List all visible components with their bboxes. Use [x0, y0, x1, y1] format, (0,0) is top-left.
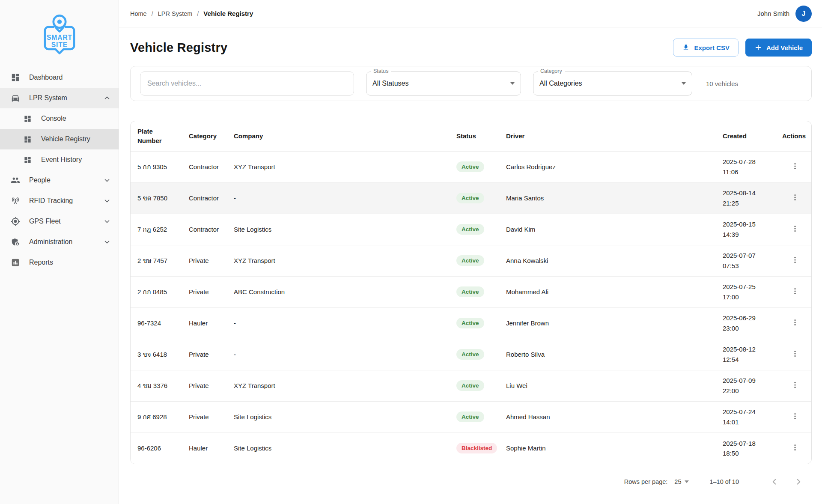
dropdown-arrow-icon [510, 82, 515, 85]
breadcrumb-home[interactable]: Home [130, 10, 147, 17]
sidebar-item-label: GPS Fleet [29, 218, 95, 225]
status-cell: Active [450, 182, 499, 214]
sidebar-item-label: Administration [29, 238, 95, 246]
chevron-down-icon [103, 197, 111, 205]
smart-site-logo-icon: SMART SITE [37, 12, 82, 56]
pagination-range: 1–10 of 10 [709, 478, 739, 485]
column-header-plate: Plate Number [131, 121, 182, 151]
row-actions-button[interactable] [788, 441, 802, 455]
table-row[interactable]: 96-6206 Hauler Site Logistics Blackliste… [131, 432, 811, 464]
svg-text:SMART: SMART [46, 34, 72, 41]
row-actions-button[interactable] [788, 285, 802, 298]
table-row[interactable]: 5 ขด 7850 Contractor - Active Maria Sant… [131, 182, 811, 214]
grid-icon [22, 135, 33, 143]
actions-cell [775, 339, 811, 370]
search-input[interactable] [140, 72, 354, 95]
rfid-antenna-icon [10, 196, 21, 206]
main-area: Home / LPR System / Vehicle Registry Joh… [119, 0, 822, 504]
category-select[interactable]: Category All Categories [533, 72, 692, 95]
sidebar-item-dashboard[interactable]: Dashboard [0, 67, 119, 88]
sidebar-item-lpr-system[interactable]: LPR System [0, 88, 119, 108]
sidebar-item-reports[interactable]: Reports [0, 252, 119, 273]
table-row[interactable]: 4 ขม 3376 Private XYZ Transport Active L… [131, 370, 811, 401]
driver-cell: Roberto Silva [499, 339, 716, 370]
status-badge: Active [456, 412, 484, 422]
admin-shield-icon [10, 237, 21, 247]
row-actions-button[interactable] [788, 348, 802, 361]
sidebar-item-rfid-tracking[interactable]: RFID Tracking [0, 191, 119, 211]
people-icon [10, 176, 21, 185]
company-cell: Site Logistics [227, 214, 450, 245]
user-name: John Smith [757, 10, 789, 17]
row-actions-button[interactable] [788, 160, 802, 173]
created-cell: 2025-07-25 17:00 [716, 276, 775, 307]
status-badge: Active [456, 161, 484, 172]
table-row[interactable]: 2 ขษ 7457 Private XYZ Transport Active A… [131, 245, 811, 276]
row-actions-button[interactable] [788, 316, 802, 330]
sidebar: SMART SITE Dashboard LPR System [0, 0, 119, 504]
status-badge: Blacklisted [456, 443, 497, 453]
avatar[interactable]: J [795, 6, 812, 22]
actions-cell [775, 182, 811, 214]
rows-per-page-select[interactable]: 25 [674, 478, 689, 485]
row-actions-button[interactable] [788, 379, 802, 392]
category-select-label: Category [538, 68, 565, 74]
sidebar-item-label: Console [41, 115, 111, 122]
sidebar-item-console[interactable]: Console [0, 108, 119, 129]
status-cell: Active [450, 307, 499, 339]
status-cell: Active [450, 151, 499, 182]
row-actions-button[interactable] [788, 410, 802, 423]
plate-cell: 5 ขด 7850 [131, 182, 182, 214]
chevron-right-icon [794, 477, 803, 486]
row-actions-button[interactable] [788, 223, 802, 236]
add-vehicle-button[interactable]: Add Vehicle [745, 39, 812, 57]
plus-icon [754, 44, 762, 51]
sidebar-item-label: LPR System [29, 94, 95, 102]
driver-cell: Carlos Rodriguez [499, 151, 716, 182]
car-icon [10, 93, 21, 103]
status-select[interactable]: Status All Statuses [366, 72, 521, 95]
category-cell: Hauler [182, 307, 227, 339]
actions-cell [775, 307, 811, 339]
dropdown-arrow-icon [685, 480, 689, 483]
sidebar-item-event-history[interactable]: Event History [0, 149, 119, 170]
sidebar-item-gps-fleet[interactable]: GPS Fleet [0, 211, 119, 232]
table-row[interactable]: 3 ขจ 6418 Private - Active Roberto Silva… [131, 339, 811, 370]
more-vert-icon [791, 412, 799, 420]
driver-cell: Anna Kowalski [499, 245, 716, 276]
status-badge: Active [456, 255, 484, 266]
table-row[interactable]: 7 กฎ 6252 Contractor Site Logistics Acti… [131, 214, 811, 245]
sidebar-item-administration[interactable]: Administration [0, 232, 119, 252]
rows-per-page-value: 25 [674, 478, 681, 485]
sidebar-item-label: Vehicle Registry [41, 135, 111, 143]
reports-chart-icon [10, 258, 21, 267]
sidebar-item-vehicle-registry[interactable]: Vehicle Registry [0, 129, 119, 149]
status-cell: Active [450, 370, 499, 401]
previous-page-button[interactable] [767, 474, 782, 489]
status-badge: Active [456, 286, 484, 297]
category-cell: Contractor [182, 214, 227, 245]
category-cell: Private [182, 401, 227, 432]
company-cell: - [227, 182, 450, 214]
chevron-up-icon [103, 94, 111, 102]
export-csv-button[interactable]: Export CSV [673, 39, 739, 57]
table-row[interactable]: 96-7324 Hauler - Active Jennifer Brown 2… [131, 307, 811, 339]
driver-cell: Sophie Martin [499, 432, 716, 464]
more-vert-icon [791, 256, 799, 264]
status-select-label: Status [371, 68, 391, 74]
table-row[interactable]: 9 กศ 6928 Private Site Logistics Active … [131, 401, 811, 432]
created-cell: 2025-07-09 22:00 [716, 370, 775, 401]
pagination: Rows per page: 25 1–10 of 10 [130, 464, 812, 489]
column-header-driver: Driver [499, 121, 716, 151]
table-row[interactable]: 2 กภ 0485 Private ABC Construction Activ… [131, 276, 811, 307]
row-actions-button[interactable] [788, 191, 802, 205]
next-page-button[interactable] [791, 474, 806, 489]
breadcrumb-lpr-system[interactable]: LPR System [158, 10, 193, 17]
column-header-company: Company [227, 121, 450, 151]
row-actions-button[interactable] [788, 254, 802, 267]
status-select-value: All Statuses [372, 80, 408, 87]
app-window: SMART SITE Dashboard LPR System [0, 0, 822, 504]
sidebar-item-people[interactable]: People [0, 170, 119, 191]
title-actions: Export CSV Add Vehicle [673, 39, 812, 57]
table-row[interactable]: 5 กภ 9305 Contractor XYZ Transport Activ… [131, 151, 811, 182]
